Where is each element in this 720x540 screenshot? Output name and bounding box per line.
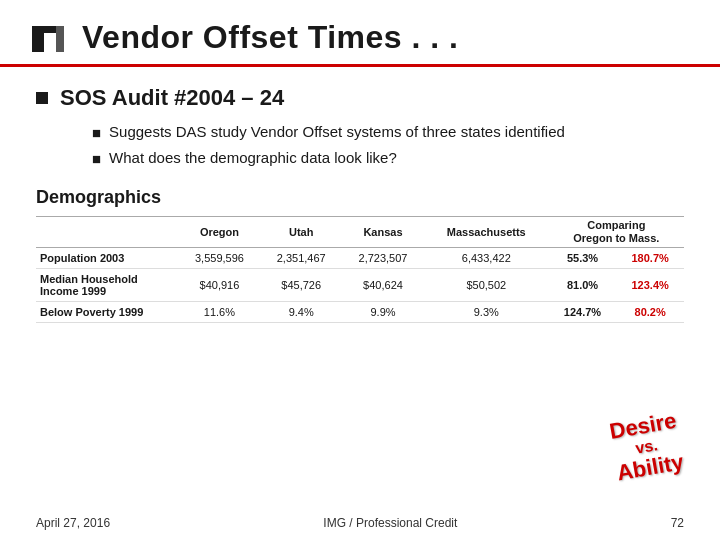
row-compare2-1: 123.4%	[616, 269, 684, 302]
row-utah-0: 2,351,467	[260, 248, 342, 269]
col-header-massachusetts: Massachusetts	[424, 217, 549, 248]
col-header-utah: Utah	[260, 217, 342, 248]
row-kansas-2: 9.9%	[342, 302, 424, 323]
demographics-table: Oregon Utah Kansas Massachusetts Compari…	[36, 216, 684, 323]
table-row: Below Poverty 1999 11.6% 9.4% 9.9% 9.3% …	[36, 302, 684, 323]
row-massachusetts-1: $50,502	[424, 269, 549, 302]
row-utah-1: $45,726	[260, 269, 342, 302]
row-kansas-1: $40,624	[342, 269, 424, 302]
logo-icon	[30, 18, 68, 56]
sub-bullet-2: ■ What does the demographic data look li…	[92, 147, 684, 169]
row-massachusetts-2: 9.3%	[424, 302, 549, 323]
bullet-icon	[36, 92, 48, 104]
table-row: Population 2003 3,559,596 2,351,467 2,72…	[36, 248, 684, 269]
sos-heading-text: SOS Audit #2004 – 24	[60, 85, 284, 111]
table-row: Median Household Income 1999 $40,916 $45…	[36, 269, 684, 302]
page-title: Vendor Offset Times . . .	[82, 19, 458, 56]
row-utah-2: 9.4%	[260, 302, 342, 323]
row-compare2-2: 80.2%	[616, 302, 684, 323]
dash-icon-2: ■	[92, 148, 101, 169]
sub-bullet-1: ■ Suggests DAS study Vendor Offset syste…	[92, 121, 684, 143]
svg-rect-1	[32, 26, 58, 33]
main-content: SOS Audit #2004 – 24 ■ Suggests DAS stud…	[0, 67, 720, 335]
col-header-label	[36, 217, 179, 248]
row-kansas-0: 2,723,507	[342, 248, 424, 269]
row-massachusetts-0: 6,433,422	[424, 248, 549, 269]
col-header-comparing: ComparingOregon to Mass.	[549, 217, 684, 248]
row-oregon-1: $40,916	[179, 269, 261, 302]
header: Vendor Offset Times . . .	[0, 0, 720, 67]
footer-date: April 27, 2016	[36, 516, 110, 530]
sos-heading: SOS Audit #2004 – 24	[36, 85, 684, 111]
row-label-0: Population 2003	[36, 248, 179, 269]
row-compare1-1: 81.0%	[549, 269, 617, 302]
row-oregon-0: 3,559,596	[179, 248, 261, 269]
row-label-1: Median Household Income 1999	[36, 269, 179, 302]
footer-page: 72	[671, 516, 684, 530]
sub-bullet-text-1: Suggests DAS study Vendor Offset systems…	[109, 121, 565, 142]
col-header-kansas: Kansas	[342, 217, 424, 248]
svg-rect-2	[56, 26, 64, 52]
row-oregon-2: 11.6%	[179, 302, 261, 323]
col-header-oregon: Oregon	[179, 217, 261, 248]
row-compare2-0: 180.7%	[616, 248, 684, 269]
footer: April 27, 2016 IMG / Professional Credit…	[36, 516, 684, 530]
sub-bullet-text-2: What does the demographic data look like…	[109, 147, 397, 168]
demographics-title: Demographics	[36, 187, 684, 208]
sub-bullets: ■ Suggests DAS study Vendor Offset syste…	[92, 121, 684, 169]
row-label-2: Below Poverty 1999	[36, 302, 179, 323]
row-compare1-0: 55.3%	[549, 248, 617, 269]
row-compare1-2: 124.7%	[549, 302, 617, 323]
desire-stamp: Desire vs. Ability	[608, 409, 686, 486]
dash-icon-1: ■	[92, 122, 101, 143]
footer-center: IMG / Professional Credit	[323, 516, 457, 530]
